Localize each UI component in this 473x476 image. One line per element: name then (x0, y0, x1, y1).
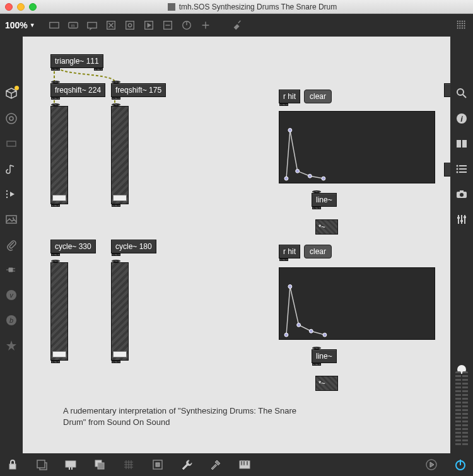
message-clear-1[interactable]: clear (304, 90, 332, 103)
object-cycle-1[interactable]: cycle~ 330 (50, 240, 96, 253)
minimize-window-button[interactable] (17, 3, 25, 11)
object-multiply-1[interactable]: *~ (315, 219, 338, 235)
plus-icon[interactable] (199, 19, 212, 32)
object-text: line~ (316, 352, 332, 361)
titlebar: tmh.SOS Synthesizing Drums The Snare Dru… (0, 0, 473, 14)
svg-text:b: b (9, 316, 13, 324)
svg-point-38 (284, 177, 288, 180)
grid-toggle-icon[interactable] (122, 458, 135, 471)
list-icon[interactable] (455, 163, 468, 175)
snap-icon[interactable] (151, 458, 164, 471)
window-controls (5, 3, 37, 11)
svg-rect-59 (457, 217, 460, 219)
note-icon[interactable] (5, 163, 18, 175)
gain-slider-3[interactable] (50, 262, 68, 361)
paperclip-icon[interactable] (5, 238, 18, 251)
svg-rect-62 (9, 464, 16, 469)
svg-point-40 (296, 169, 300, 173)
hammer-icon[interactable] (209, 458, 222, 471)
message-box-icon[interactable]: m (67, 19, 79, 32)
minus-box-icon[interactable] (161, 19, 174, 32)
number-box-icon[interactable] (124, 19, 136, 32)
message-clear-2[interactable]: clear (304, 245, 332, 258)
object-cut-2[interactable] (444, 163, 450, 177)
object-receive-hit-2[interactable]: r hit (279, 245, 300, 258)
sliders-icon[interactable] (455, 213, 468, 226)
play-sequence-icon[interactable] (5, 188, 18, 200)
play-box-icon[interactable] (143, 19, 155, 32)
object-multiply-2[interactable]: *~ (315, 376, 338, 391)
gain-slider-2[interactable] (111, 106, 129, 204)
b-circle-icon[interactable]: b (5, 314, 18, 327)
dial-icon[interactable] (180, 19, 193, 32)
svg-rect-68 (156, 463, 160, 467)
search-icon[interactable] (455, 87, 468, 100)
zoom-control[interactable]: 100% ▼ (5, 20, 39, 30)
object-receive-hit-1[interactable]: r hit (279, 90, 300, 103)
rect-icon[interactable] (5, 137, 18, 150)
object-freqshift-1[interactable]: freqshift~ 224 (50, 83, 105, 97)
svg-rect-14 (457, 23, 458, 24)
object-text: cycle~ 330 (55, 242, 91, 251)
zoom-window-button[interactable] (29, 3, 37, 11)
object-line-2[interactable]: line~ (312, 349, 337, 363)
svg-rect-19 (459, 25, 460, 26)
svg-rect-17 (464, 23, 465, 24)
image-icon[interactable] (5, 213, 18, 226)
svg-rect-12 (462, 21, 463, 22)
info-icon[interactable]: i (455, 112, 468, 125)
x-box-icon[interactable] (105, 19, 117, 32)
object-text: triangle~ 111 (55, 57, 99, 66)
svg-rect-5 (126, 21, 134, 30)
svg-point-41 (308, 174, 312, 178)
function-envelope-2[interactable] (279, 267, 435, 340)
layers-icon[interactable] (93, 458, 106, 471)
object-text: cycle~ 180 (115, 242, 152, 251)
lock-icon[interactable] (6, 458, 19, 471)
star-icon[interactable] (5, 339, 18, 352)
svg-point-33 (13, 218, 15, 219)
object-cut-1[interactable] (444, 83, 450, 97)
object-text: *~ (318, 380, 325, 387)
package-icon[interactable] (5, 87, 18, 100)
object-line-1[interactable]: line~ (312, 193, 337, 207)
play-circle-icon[interactable] (425, 458, 438, 471)
plug-icon[interactable] (5, 264, 18, 276)
piano-icon[interactable] (238, 458, 251, 471)
object-triangle[interactable]: triangle~ 111 (50, 54, 103, 68)
window-title-text: tmh.SOS Synthesizing Drums The Snare Dru… (179, 3, 337, 11)
function-envelope-1[interactable] (279, 111, 435, 183)
wrench-icon[interactable] (180, 458, 193, 471)
svg-point-48 (457, 89, 464, 95)
paint-icon[interactable] (231, 19, 243, 32)
svg-rect-66 (98, 463, 104, 469)
comment-box-icon[interactable] (86, 19, 98, 32)
svg-point-39 (288, 129, 292, 132)
camera-icon[interactable] (455, 188, 468, 200)
svg-rect-0 (50, 23, 59, 28)
presentation-icon[interactable] (64, 458, 77, 471)
v-circle-icon[interactable]: v (5, 289, 18, 301)
svg-rect-16 (462, 23, 463, 24)
object-box-icon[interactable] (48, 19, 61, 32)
object-cycle-2[interactable]: cycle~ 180 (111, 240, 156, 253)
close-window-button[interactable] (5, 3, 13, 11)
object-text: r hit (283, 247, 296, 256)
gain-slider-4[interactable] (111, 262, 129, 361)
power-icon[interactable] (454, 458, 467, 471)
svg-point-6 (128, 23, 131, 26)
split-view-icon[interactable] (455, 137, 468, 150)
target-icon[interactable] (5, 112, 18, 125)
svg-rect-22 (457, 28, 458, 29)
object-freqshift-2[interactable]: freqshift~ 175 (111, 83, 166, 97)
top-icon-row: m (48, 19, 243, 32)
grid-icon[interactable] (455, 19, 468, 32)
new-view-icon[interactable] (35, 458, 48, 471)
gain-slider-1[interactable] (50, 106, 68, 204)
output-meter[interactable] (455, 365, 468, 453)
svg-point-47 (323, 333, 327, 337)
message-text: clear (310, 92, 326, 101)
patcher-canvas[interactable]: triangle~ 111 freqshift~ 224 freqshift~ … (23, 37, 450, 453)
caption-line-1: A rudementary interpretation of "Synthes… (63, 405, 315, 417)
svg-rect-20 (462, 25, 463, 26)
